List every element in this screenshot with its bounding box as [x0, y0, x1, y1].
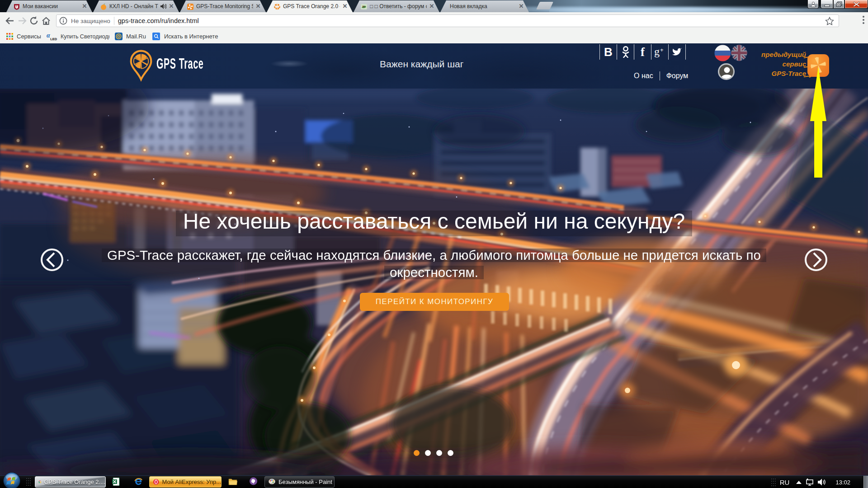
svg-text:α: α	[47, 32, 50, 39]
svg-text:+: +	[660, 47, 664, 53]
svg-text:LED: LED	[50, 37, 57, 41]
svg-text:g: g	[654, 47, 660, 57]
